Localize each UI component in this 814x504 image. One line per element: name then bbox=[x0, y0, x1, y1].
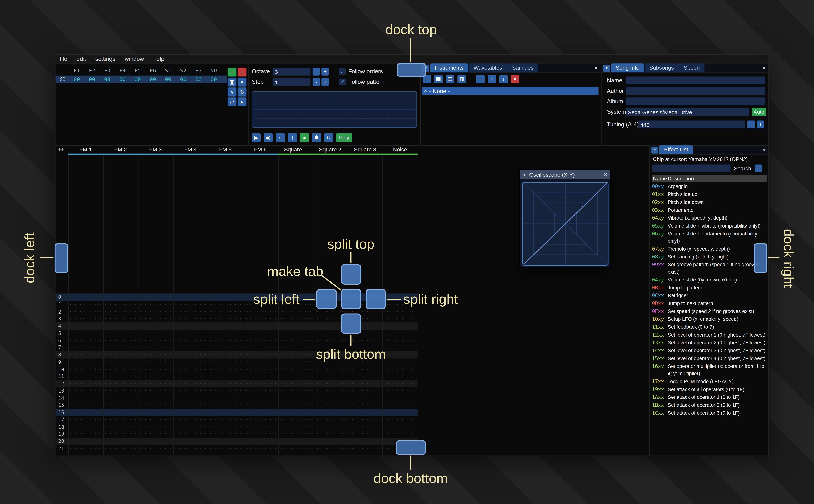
pattern-cell[interactable]: ··· ·· ·· ··· bbox=[103, 387, 138, 394]
pattern-cell[interactable]: ··· ·· ·· ··· bbox=[173, 358, 208, 366]
effect-row-0axy[interactable]: 0AxyVolume slide (0y: down; x0: up) bbox=[652, 276, 768, 284]
duplicate-order-button[interactable]: ▣ bbox=[228, 78, 236, 86]
pattern-cell[interactable]: ··· ·· ·· ··· bbox=[278, 351, 312, 358]
pattern-cell[interactable]: ··· ·· ·· ··· bbox=[278, 402, 312, 409]
effect-row-17xx[interactable]: 17xxToggle PCM mode (LEGACY) bbox=[652, 377, 768, 385]
pattern-cell[interactable]: ··· ·· ·· ··· bbox=[68, 366, 103, 373]
pattern-row[interactable]: 10··· ·· ·· ······ ·· ·· ······ ·· ·· ··… bbox=[56, 366, 418, 373]
pattern-row[interactable]: 9··· ·· ·· ······ ·· ·· ······ ·· ·· ···… bbox=[56, 358, 418, 366]
pattern-cell[interactable]: ··· ·· ·· ··· bbox=[208, 387, 243, 394]
pattern-cell[interactable]: ··· ·· ·· ··· bbox=[208, 308, 243, 315]
pattern-cell[interactable]: ··· ·· ·· ··· bbox=[173, 322, 208, 330]
pattern-row[interactable]: 21··· ·· ·· ······ ·· ·· ······ ·· ·· ··… bbox=[56, 445, 418, 452]
pattern-cell[interactable]: ··· ·· ·· ··· bbox=[103, 380, 138, 387]
pattern-cell[interactable]: ··· ·· ·· ··· bbox=[103, 301, 138, 308]
pattern-cell[interactable]: ··· ·· ·· ··· bbox=[278, 423, 312, 431]
pattern-cell[interactable]: ··· ·· ·· ··· bbox=[68, 293, 103, 301]
split-bottom-button[interactable] bbox=[341, 314, 361, 334]
pattern-cell[interactable]: ··· ·· ·· ··· bbox=[173, 431, 208, 438]
pattern-cell[interactable]: ··· ·· ·· ··· bbox=[208, 380, 243, 387]
system-field[interactable] bbox=[626, 108, 750, 116]
pattern-cell[interactable]: ··· ·· ·· ··· bbox=[103, 330, 138, 337]
pattern-cell[interactable]: ··· ·· ·· ··· bbox=[312, 351, 347, 358]
pattern-cell[interactable]: ··· ·· ·· ··· bbox=[312, 394, 347, 402]
tuning-decrease-button[interactable]: - bbox=[747, 120, 755, 128]
pattern-cell[interactable]: ··· ·· ·· ··· bbox=[68, 402, 103, 409]
pattern-cell[interactable]: ··· ·· ·· ··· bbox=[103, 322, 138, 330]
effect-list-close-button[interactable]: × bbox=[762, 146, 766, 155]
pattern-cell[interactable]: ··· ·· ·· ··· bbox=[382, 322, 417, 330]
pattern-cell[interactable]: ··· ·· ·· ··· bbox=[68, 380, 103, 387]
pattern-row[interactable]: 17··· ·· ·· ······ ·· ·· ······ ·· ·· ··… bbox=[56, 416, 418, 423]
pattern-cell[interactable]: ··· ·· ·· ··· bbox=[68, 322, 103, 330]
pattern-cell[interactable]: ··· ·· ·· ··· bbox=[243, 394, 277, 402]
pattern-row[interactable]: 1··· ·· ·· ······ ·· ·· ······ ·· ·· ···… bbox=[56, 301, 418, 308]
effect-row-0bxx[interactable]: 0BxxJump to pattern bbox=[652, 284, 768, 291]
pattern-cell[interactable]: ··· ·· ·· ··· bbox=[173, 366, 208, 373]
system-auto-button[interactable]: Auto bbox=[752, 108, 766, 116]
pattern-cell[interactable]: ··· ·· ·· ··· bbox=[243, 402, 277, 409]
pattern-cell[interactable]: ··· ·· ·· ··· bbox=[382, 293, 417, 301]
pattern-row[interactable]: 8··· ·· ·· ······ ·· ·· ······ ·· ·· ···… bbox=[56, 351, 418, 358]
pattern-cell[interactable]: ··· ·· ·· ··· bbox=[103, 431, 138, 438]
play-one-row-button[interactable]: » bbox=[276, 133, 285, 142]
pattern-cell[interactable]: ··· ·· ·· ··· bbox=[243, 445, 277, 452]
effect-list-menu-button[interactable]: ▾ bbox=[651, 146, 658, 153]
song-info-close-button[interactable]: × bbox=[762, 64, 766, 73]
pattern-cell[interactable]: ··· ·· ·· ··· bbox=[243, 358, 277, 366]
pattern-cell[interactable]: ··· ·· ·· ··· bbox=[208, 322, 243, 330]
pattern-cell[interactable]: ··· ·· ·· ··· bbox=[208, 373, 243, 380]
pattern-cell[interactable]: ··· ·· ·· ··· bbox=[243, 416, 277, 423]
pattern-cell[interactable]: ··· ·· ·· ··· bbox=[243, 322, 277, 330]
pattern-cell[interactable]: ··· ·· ·· ··· bbox=[68, 445, 103, 452]
pattern-cell[interactable]: ··· ·· ·· ··· bbox=[173, 445, 208, 452]
pattern-cell[interactable]: ··· ·· ·· ··· bbox=[138, 445, 173, 452]
pattern-row[interactable]: 20··· ·· ·· ······ ·· ·· ······ ·· ·· ··… bbox=[56, 438, 418, 445]
effect-row-19xx[interactable]: 19xxSet attack of all operators (0 to 1F… bbox=[652, 385, 768, 393]
remove-order-button[interactable]: − bbox=[238, 68, 246, 76]
pattern-cell[interactable]: ··· ·· ·· ··· bbox=[103, 402, 138, 409]
pattern-cell[interactable]: ··· ·· ·· ··· bbox=[68, 423, 103, 431]
pattern-cell[interactable]: ··· ·· ·· ··· bbox=[173, 293, 208, 301]
stop-button[interactable]: ↓ bbox=[288, 133, 297, 142]
effect-row-1bxx[interactable]: 1BxxSet attack of operator 2 (0 to 1F) bbox=[652, 401, 768, 409]
effect-row-07xy[interactable]: 07xyTremolo (x: speed; y: depth) bbox=[652, 245, 768, 253]
pattern-cell[interactable]: ··· ·· ·· ··· bbox=[68, 438, 103, 445]
pattern-cell[interactable]: ··· ·· ·· ··· bbox=[348, 387, 382, 394]
pattern-cell[interactable]: ··· ·· ·· ··· bbox=[243, 366, 277, 373]
metronome-button[interactable] bbox=[312, 133, 321, 142]
effect-row-05xy[interactable]: 05xyVolume slide + vibrato (compatibilit… bbox=[652, 222, 768, 230]
pattern-cell[interactable]: ··· ·· ·· ··· bbox=[382, 337, 417, 344]
menu-item-window[interactable]: window bbox=[120, 55, 149, 63]
pattern-cell[interactable]: ··· ·· ·· ··· bbox=[138, 293, 173, 301]
asset-tab-samples[interactable]: Samples bbox=[507, 63, 538, 72]
move-instrument-up-button[interactable]: ↑ bbox=[488, 75, 496, 83]
edit-record-toggle-button[interactable]: ● bbox=[300, 133, 309, 142]
pattern-row[interactable]: 15··· ·· ·· ······ ·· ·· ······ ·· ·· ··… bbox=[56, 402, 418, 409]
pattern-cell[interactable]: ··· ·· ·· ··· bbox=[278, 322, 312, 330]
song-tab-speed[interactable]: Speed bbox=[679, 63, 705, 72]
instrument-folders-button[interactable]: ≡ bbox=[476, 75, 485, 83]
pattern-row[interactable]: 14··· ·· ·· ······ ·· ·· ······ ·· ·· ··… bbox=[56, 394, 418, 402]
pattern-cell[interactable]: ··· ·· ·· ··· bbox=[103, 438, 138, 445]
order-edit-mode-button[interactable]: ▸ bbox=[238, 97, 246, 106]
play-from-beginning-button[interactable]: ◉ bbox=[264, 133, 273, 142]
pattern-cell[interactable]: ··· ·· ·· ··· bbox=[173, 423, 208, 431]
pattern-cell[interactable]: ··· ·· ·· ··· bbox=[173, 409, 208, 416]
pattern-cell[interactable]: ··· ·· ·· ··· bbox=[208, 431, 243, 438]
pattern-cell[interactable]: ··· ·· ·· ··· bbox=[173, 351, 208, 358]
add-order-button[interactable]: + bbox=[228, 68, 236, 76]
pattern-cell[interactable]: ··· ·· ·· ··· bbox=[173, 308, 208, 315]
pattern-cell[interactable]: ··· ·· ·· ··· bbox=[278, 373, 312, 380]
menu-item-edit[interactable]: edit bbox=[72, 55, 91, 63]
pattern-cell[interactable]: ··· ·· ·· ··· bbox=[382, 431, 417, 438]
menu-item-settings[interactable]: settings bbox=[91, 55, 120, 63]
pattern-cell[interactable]: ··· ·· ·· ··· bbox=[382, 344, 417, 351]
pattern-cell[interactable]: ··· ·· ·· ··· bbox=[103, 351, 138, 358]
pattern-cell[interactable]: ··· ·· ·· ··· bbox=[208, 445, 243, 452]
song-info-menu-button[interactable]: ▾ bbox=[603, 65, 610, 71]
pattern-cell[interactable]: ··· ·· ·· ··· bbox=[103, 358, 138, 366]
effect-row-0cxx[interactable]: 0CxxRetrigger bbox=[652, 291, 768, 299]
pattern-cell[interactable]: ··· ·· ·· ··· bbox=[278, 387, 312, 394]
order-cell[interactable]: 00 bbox=[100, 76, 115, 83]
